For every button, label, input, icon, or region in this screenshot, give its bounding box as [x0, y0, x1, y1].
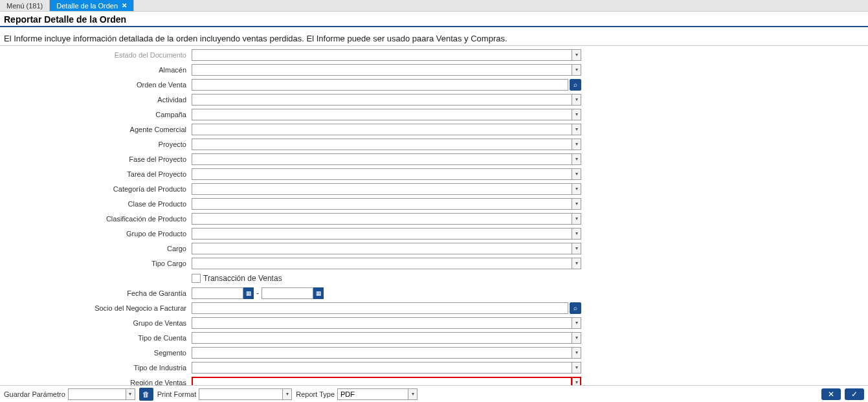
dropdown-campana[interactable]: ▾ — [572, 109, 581, 120]
dropdown-report-type[interactable]: ▾ — [408, 388, 417, 400]
dropdown-grupo-ventas[interactable]: ▾ — [572, 317, 581, 329]
input-estado-documento[interactable] — [192, 49, 572, 61]
dropdown-fase-proyecto[interactable]: ▾ — [572, 153, 581, 165]
tab-menu-label: Menú (181) — [6, 2, 43, 10]
label-tipo-industria: Tipo de Industria — [0, 364, 192, 372]
label-clasificacion-producto: Clasificación de Producto — [0, 215, 192, 223]
label-socio-negocio: Socio del Negocio a Facturar — [0, 304, 192, 312]
dropdown-tipo-cargo[interactable]: ▾ — [572, 258, 581, 269]
dropdown-agente-comercial[interactable]: ▾ — [572, 124, 581, 135]
label-cargo: Cargo — [0, 245, 192, 252]
label-tarea-proyecto: Tarea del Proyecto — [0, 170, 192, 178]
close-tab-icon[interactable]: ✕ — [122, 2, 127, 9]
footer-bar: Guardar Parámetro ▾ 🗑 Print Format ▾ Rep… — [0, 385, 868, 402]
date-range-separator: - — [256, 289, 259, 298]
input-tipo-cargo[interactable] — [192, 258, 572, 269]
label-tipo-cuenta: Tipo de Cuenta — [0, 334, 192, 342]
dropdown-region-ventas[interactable]: ▾ — [572, 377, 581, 386]
label-grupo-producto: Grupo de Producto — [0, 230, 192, 238]
dropdown-tipo-industria[interactable]: ▾ — [572, 362, 581, 374]
label-tipo-cargo: Tipo Cargo — [0, 260, 192, 267]
close-icon: ✕ — [828, 390, 834, 399]
label-agente-comercial: Agente Comercial — [0, 126, 192, 133]
tab-detalle-label: Detalle de la Orden — [56, 2, 118, 10]
search-icon: ⌕ — [573, 81, 577, 88]
label-region-ventas: Región de Ventas — [0, 379, 192, 386]
label-proyecto: Proyecto — [0, 140, 192, 148]
label-print-format: Print Format — [157, 390, 197, 398]
label-clase-producto: Clase de Producto — [0, 200, 192, 208]
confirm-button[interactable]: ✓ — [845, 388, 864, 400]
label-guardar-parametro: Guardar Parámetro — [4, 390, 65, 398]
input-cargo[interactable] — [192, 243, 572, 254]
form-scroll-area[interactable]: Estado del Documento ▾ Almacén ▾ Orden d… — [0, 45, 868, 385]
input-socio-negocio[interactable] — [192, 302, 568, 314]
input-orden-venta[interactable] — [192, 79, 568, 91]
label-campana: Campaña — [0, 111, 192, 118]
trash-icon: 🗑 — [142, 390, 150, 398]
label-estado-documento: Estado del Documento — [0, 51, 192, 59]
label-segmento: Segmento — [0, 349, 192, 357]
input-report-type[interactable] — [337, 388, 408, 400]
input-grupo-producto[interactable] — [192, 228, 572, 240]
label-orden-venta: Orden de Venta — [0, 81, 192, 89]
checkbox-transaccion-ventas[interactable] — [192, 274, 201, 283]
input-campana[interactable] — [192, 109, 572, 120]
check-icon: ✓ — [851, 390, 858, 399]
dropdown-clasificacion-producto[interactable]: ▾ — [572, 213, 581, 225]
dropdown-proyecto[interactable]: ▾ — [572, 139, 581, 150]
search-icon: ⌕ — [573, 304, 577, 311]
page-header: Reportar Detalle de la Orden — [0, 12, 868, 27]
input-grupo-ventas[interactable] — [192, 317, 572, 329]
input-fase-proyecto[interactable] — [192, 153, 572, 165]
input-guardar-parametro[interactable] — [68, 388, 126, 400]
label-fase-proyecto: Fase del Proyecto — [0, 155, 192, 163]
dropdown-tipo-cuenta[interactable]: ▾ — [572, 332, 581, 344]
input-proyecto[interactable] — [192, 139, 572, 150]
dropdown-categoria-producto[interactable]: ▾ — [572, 183, 581, 195]
label-almacen: Almacén — [0, 66, 192, 74]
input-tarea-proyecto[interactable] — [192, 168, 572, 180]
input-clase-producto[interactable] — [192, 198, 572, 210]
cancel-button[interactable]: ✕ — [821, 388, 841, 400]
dropdown-segmento[interactable]: ▾ — [572, 347, 581, 359]
dropdown-print-format[interactable]: ▾ — [283, 388, 292, 400]
label-transaccion-ventas: Transacción de Ventas — [203, 274, 282, 283]
label-fecha-garantia: Fecha de Garantía — [0, 289, 192, 297]
tab-detalle-orden[interactable]: Detalle de la Orden ✕ — [50, 0, 134, 11]
input-agente-comercial[interactable] — [192, 124, 572, 135]
input-region-ventas[interactable] — [192, 377, 572, 386]
input-fecha-garantia-to[interactable] — [262, 287, 313, 299]
page-title: Reportar Detalle de la Orden — [4, 14, 864, 25]
dropdown-actividad[interactable]: ▾ — [572, 94, 581, 106]
search-socio-negocio-button[interactable]: ⌕ — [570, 302, 581, 314]
tab-bar: Menú (181) Detalle de la Orden ✕ — [0, 0, 868, 12]
dropdown-grupo-producto[interactable]: ▾ — [572, 228, 581, 240]
calendar-from-button[interactable]: ▦ — [243, 287, 254, 299]
input-fecha-garantia-from[interactable] — [192, 287, 243, 299]
delete-parameter-button[interactable]: 🗑 — [139, 388, 153, 401]
dropdown-clase-producto[interactable]: ▾ — [572, 198, 581, 210]
calendar-icon: ▦ — [246, 290, 252, 296]
input-categoria-producto[interactable] — [192, 183, 572, 195]
calendar-icon: ▦ — [316, 290, 322, 296]
dropdown-tarea-proyecto[interactable]: ▾ — [572, 168, 581, 180]
input-almacen[interactable] — [192, 64, 572, 76]
label-report-type: Report Type — [296, 390, 335, 398]
input-tipo-cuenta[interactable] — [192, 332, 572, 344]
input-segmento[interactable] — [192, 347, 572, 359]
tab-menu[interactable]: Menú (181) — [0, 0, 50, 11]
dropdown-estado-documento[interactable]: ▾ — [572, 49, 581, 61]
input-actividad[interactable] — [192, 94, 572, 106]
search-orden-venta-button[interactable]: ⌕ — [570, 79, 581, 91]
label-categoria-producto: Categoría del Producto — [0, 185, 192, 193]
input-clasificacion-producto[interactable] — [192, 213, 572, 225]
input-tipo-industria[interactable] — [192, 362, 572, 374]
label-grupo-ventas: Grupo de Ventas — [0, 319, 192, 327]
dropdown-almacen[interactable]: ▾ — [572, 64, 581, 76]
label-actividad: Actividad — [0, 96, 192, 104]
dropdown-cargo[interactable]: ▾ — [572, 243, 581, 254]
input-print-format[interactable] — [199, 388, 283, 400]
dropdown-guardar-parametro[interactable]: ▾ — [126, 388, 135, 400]
calendar-to-button[interactable]: ▦ — [313, 287, 324, 299]
